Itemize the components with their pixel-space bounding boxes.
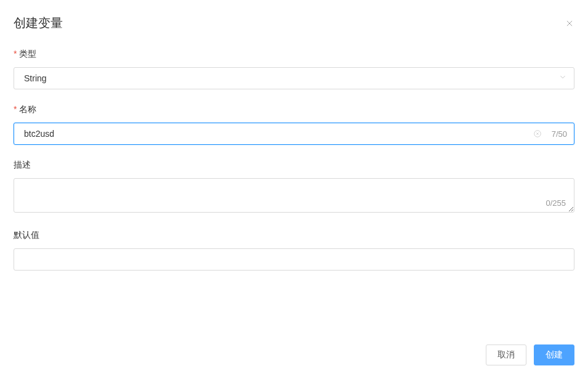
form-field-name: 名称 7/50 <box>14 104 574 145</box>
description-label: 描述 <box>14 160 574 171</box>
form-field-description: 描述 0/255 <box>14 160 574 215</box>
create-button[interactable]: 创建 <box>534 344 574 365</box>
description-wrapper: 0/255 <box>14 178 574 215</box>
cancel-button[interactable]: 取消 <box>486 344 526 365</box>
create-variable-modal: 创建变量 类型 名称 <box>0 0 588 300</box>
type-label: 类型 <box>14 49 574 60</box>
modal-title: 创建变量 <box>14 15 63 31</box>
default-value-label: 默认值 <box>14 230 574 241</box>
name-input-wrapper: 7/50 <box>14 123 574 145</box>
type-select-input[interactable] <box>14 67 574 89</box>
form-field-type: 类型 <box>14 49 574 89</box>
description-counter: 0/255 <box>546 198 566 208</box>
close-icon[interactable] <box>565 18 574 28</box>
description-input[interactable] <box>14 178 574 213</box>
clear-icon[interactable] <box>533 129 542 139</box>
form-field-default-value: 默认值 <box>14 230 574 271</box>
default-value-input[interactable] <box>14 248 574 271</box>
type-select[interactable] <box>14 67 574 89</box>
modal-header: 创建变量 <box>14 15 574 31</box>
name-counter: 7/50 <box>552 129 567 139</box>
modal-footer: 取消 创建 <box>486 344 574 365</box>
name-input[interactable] <box>14 123 574 145</box>
name-label: 名称 <box>14 104 574 115</box>
